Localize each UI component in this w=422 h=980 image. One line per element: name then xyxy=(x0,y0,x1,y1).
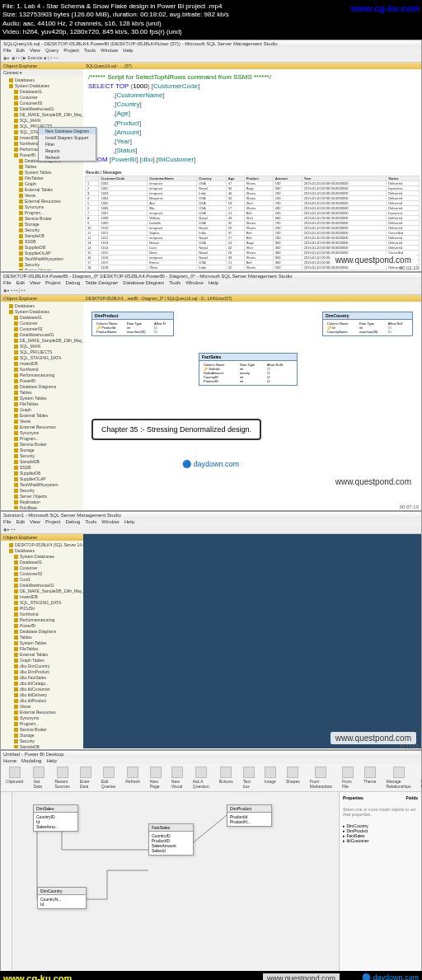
tab2[interactable]: SQLQuery16.sql - D...LK4\User(57) xyxy=(166,296,232,301)
ctx-filter[interactable]: Filter xyxy=(39,141,83,148)
timestamp: 00:02:29 xyxy=(400,265,419,270)
ctx-refresh[interactable]: Refresh xyxy=(39,154,83,161)
dimproduct-box[interactable]: DimProduct Column NameData TypeAllow N🔑 … xyxy=(91,312,174,336)
questpond-footer: www.questpond.com xyxy=(263,973,340,980)
cg-link[interactable]: www.cg-ku.com xyxy=(351,2,420,14)
object-explorer[interactable]: Object Explorer Connect ▾ DatabasesSyste… xyxy=(1,63,83,270)
toolbar3[interactable]: ◉ ▸ ▪ ▪ xyxy=(1,525,421,534)
dimcountry-box[interactable]: DimCountry Column NameData TypeAllow Nul… xyxy=(322,312,413,336)
ssms-pane-1: SQLQuery16.sql - DESKTOP-05J8LK4.PowerBI… xyxy=(0,40,422,272)
cg-link-footer[interactable]: www.cg-ku.com xyxy=(3,973,72,980)
pbi-ribbon[interactable]: ClipboardGet DataRecent SourcesEnter Dat… xyxy=(1,764,421,792)
toolbar[interactable]: ◉ ▸ ◉ ▪ ▪ | ▶ Execute ■ | ✓ ▪ ▪ xyxy=(1,54,421,63)
model-canvas[interactable]: DimSales CountryIDIdSalesAmo... DimProdu… xyxy=(12,792,339,973)
objexp-title: Object Explorer xyxy=(1,63,83,69)
timestamp3: 00:14:10 xyxy=(400,743,419,748)
tree[interactable]: DatabasesSystem DatabasesDatabase01Custo… xyxy=(1,76,83,270)
tab1[interactable]: DESKTOP-05J8LK4....werBI - Diagram_0* xyxy=(86,296,163,301)
ssms-pane-3: Solution1 - Microsoft SQL Server Managem… xyxy=(0,511,422,750)
objexp3[interactable]: Object Explorer DESKTOP-05J8LK4 (SQL Ser… xyxy=(1,534,83,748)
dimcountry-table[interactable]: DimCountry CountryN...Id xyxy=(37,887,87,909)
tree3[interactable]: DESKTOP-05J8LK4 (SQL Server 14.0.1000.16… xyxy=(1,541,83,748)
file-info-header: www.cg-ku.com File: 1. Lab 4 - Star Sche… xyxy=(0,0,422,40)
view-switcher[interactable] xyxy=(1,792,12,973)
daydown-footer[interactable]: 🔵 daydown.com xyxy=(362,973,419,980)
objexp2[interactable]: Object Explorer DatabasesSystem Database… xyxy=(1,295,83,509)
dimsales-table[interactable]: DimSales CountryIDIdSalesAmo... xyxy=(33,804,78,832)
audio-line: Audio: aac, 44100 Hz, 2 channels, s16, 1… xyxy=(2,20,420,28)
ctx-reports[interactable]: Reports xyxy=(39,148,83,154)
connect-btn[interactable]: Connect ▾ xyxy=(1,69,83,76)
timestamp2: 00:07:10 xyxy=(400,504,419,509)
menubar3[interactable]: FileEditViewProjectDebugToolsWindowHelp xyxy=(1,518,421,525)
sql-content: SQLQuery16.sql - ... (57) /****** Script… xyxy=(83,63,421,270)
watermark3: www.questpond.com xyxy=(331,732,416,744)
factsales-table[interactable]: FactSales CountryIDProductIDSalesAmountS… xyxy=(148,823,194,856)
footer: www.cg-ku.com www.questpond.com 🔵 daydow… xyxy=(0,971,422,980)
factsales-box[interactable]: FactSales Column NameData TypeAllow Null… xyxy=(199,353,298,386)
sql-tab[interactable]: SQLQuery16.sql - ... (57) xyxy=(83,63,421,69)
titlebar2: DESKTOP-05J8LK4.PowerBI - Diagram_0* DES… xyxy=(1,273,421,279)
diagram-canvas[interactable]: DESKTOP-05J8LK4....werBI - Diagram_0* | … xyxy=(83,295,421,493)
ssms-titlebar: SQLQuery16.sql - DESKTOP-05J8LK4.PowerBI… xyxy=(1,40,421,47)
svg-line-2 xyxy=(190,815,227,846)
watermark: www.questpond.com xyxy=(331,254,416,266)
pbi-titlebar: Untitled - Power BI Desktop xyxy=(1,751,421,757)
video-line: Video: h264, yuv420p, 1280x720, 845 kb/s… xyxy=(2,28,420,36)
dimproduct-table[interactable]: DimProduct ProductIdProductN... xyxy=(227,804,272,827)
menubar2[interactable]: FileEditViewProjectDebugTable DesignerDa… xyxy=(1,279,421,286)
pbi-tabs[interactable]: HomeModelingHelp xyxy=(1,757,421,764)
watermark2: www.questpond.com xyxy=(331,476,416,488)
toolbar2[interactable]: ◉ ▸ ▪ ▪ ▪ | ▪ ▪ xyxy=(1,286,421,295)
titlebar3: Solution1 - Microsoft SQL Server Managem… xyxy=(1,512,421,518)
tree2[interactable]: DatabasesSystem DatabasesDatabase01Custo… xyxy=(1,302,83,509)
daydown-link[interactable]: 🔵 daydown.com xyxy=(182,460,239,468)
menubar[interactable]: FileEditViewQueryProjectToolsWindowHelp xyxy=(1,47,421,54)
chapter-label: Chapter 35 :- Stressing Denormalized des… xyxy=(91,419,261,440)
ssms-diagram-pane: DESKTOP-05J8LK4.PowerBI - Diagram_0* DES… xyxy=(0,272,422,511)
sql-editor[interactable]: /****** Script for SelectTopNRows comman… xyxy=(83,69,421,168)
empty-workspace xyxy=(83,534,421,748)
ctx-new-diagram[interactable]: New Database Diagram xyxy=(39,128,83,134)
properties-panel[interactable]: PropertiesFields Select one or more mode… xyxy=(339,792,421,973)
powerbi-pane: Untitled - Power BI Desktop HomeModeling… xyxy=(0,750,422,971)
ctx-install[interactable]: Install Diagram Support xyxy=(39,134,83,141)
context-menu[interactable]: New Database Diagram Install Diagram Sup… xyxy=(38,127,83,162)
